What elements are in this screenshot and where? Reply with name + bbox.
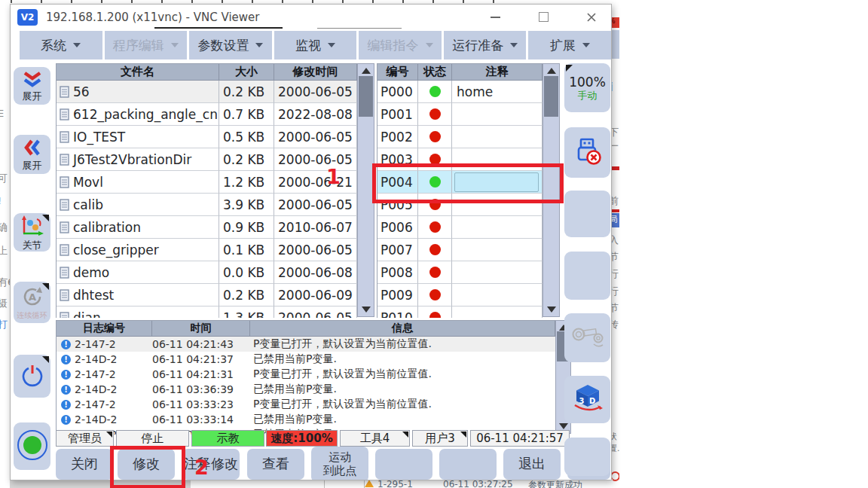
menu-item-program-edit[interactable]: 程序编辑 xyxy=(105,31,188,59)
status-dot-red xyxy=(429,244,441,255)
p-row-P010[interactable]: P010 xyxy=(377,307,542,318)
status-role[interactable]: 管理员 xyxy=(56,430,114,447)
file-size-cell: 0.2 KB xyxy=(219,148,274,171)
right-button-blank-b[interactable] xyxy=(564,252,610,300)
sidebar-button-expand-down[interactable]: 展开 xyxy=(14,67,50,105)
log-id-cell: !2-147-2 xyxy=(57,337,152,352)
file-mtime-cell: 2010-06-07 ⋯ xyxy=(274,216,357,239)
bottom-button-blank-1[interactable] xyxy=(375,449,432,480)
menu-item-edit-cmd[interactable]: 编辑指令 xyxy=(359,31,442,59)
right-button-gamepad[interactable] xyxy=(564,313,610,362)
file-name-cell: close_gripper xyxy=(57,239,219,261)
menu-item-monitor[interactable]: 监视 xyxy=(274,31,357,59)
background-edge-ticks xyxy=(11,0,523,3)
menu-item-run-prepare[interactable]: 运行准备 xyxy=(444,31,527,59)
scrollbar-thumb[interactable] xyxy=(359,76,373,117)
log-row[interactable]: !2-147-206-11 03:33:23P变量已打开，默认设置为当前位置值. xyxy=(57,397,555,412)
p-row-P002[interactable]: P002 xyxy=(377,126,542,148)
background-glyph: 有6 xyxy=(0,276,10,289)
scrollbar-thumb[interactable] xyxy=(544,76,558,117)
p-comment-cell xyxy=(452,261,542,284)
window-titlebar[interactable]: V2 192.168.1.200 (x11vnc) - VNC Viewer xyxy=(11,5,611,29)
minimize-button[interactable] xyxy=(486,8,504,26)
sidebar-button-servo[interactable] xyxy=(14,422,50,470)
right-button-blank-a[interactable] xyxy=(564,191,610,237)
menu-item-system[interactable]: 系统 xyxy=(20,31,102,59)
info-icon: ! xyxy=(61,355,71,364)
file-row-dian[interactable]: dian1.3 KB2000-06-05 ⋯ xyxy=(57,307,358,318)
p-row-P000[interactable]: P000home xyxy=(377,81,542,103)
menu-item-param-set[interactable]: 参数设置 xyxy=(189,31,272,59)
info-icon: ! xyxy=(61,385,71,395)
log-row[interactable]: !2-14D-206-11 03:33:14已禁用当前P变量. xyxy=(57,412,555,427)
p-column-header: 注释 xyxy=(452,64,542,81)
close-button[interactable] xyxy=(582,8,601,26)
chevron-down-icon xyxy=(582,43,590,47)
sidebar-button-power[interactable] xyxy=(14,355,50,398)
info-icon: ! xyxy=(61,340,71,349)
status-clock[interactable]: 06-11 04:21:57 xyxy=(470,430,570,447)
p-row-P007[interactable]: P007 xyxy=(377,239,542,261)
status-user[interactable]: 用户3 xyxy=(412,430,468,447)
menu-item-extend[interactable]: 扩展 xyxy=(528,31,611,59)
p-comment-cell xyxy=(452,103,542,126)
p-row-P006[interactable]: P006 xyxy=(377,216,542,239)
scroll-up-icon[interactable] xyxy=(362,68,371,74)
button-label: 查看 xyxy=(262,456,289,472)
file-mtime-cell: 2022-08-08 ⋯ xyxy=(274,103,357,126)
file-row-J6Test2VbrationDir[interactable]: J6Test2VbrationDir0.2 KB2000-06-05 ⋯ xyxy=(57,148,358,171)
bottom-button-move-to[interactable]: 运动到此点 xyxy=(311,447,368,480)
right-button-speed-mode[interactable]: 100%手动 xyxy=(564,63,610,112)
right-button-view-3d[interactable]: 3D xyxy=(564,376,610,423)
file-row-dhtest[interactable]: dhtest0.2 KB2000-06-09 ⋯ xyxy=(57,284,358,307)
right-button-blank-c[interactable] xyxy=(564,438,610,476)
scroll-down-icon[interactable] xyxy=(547,307,556,313)
file-row-56[interactable]: 560.2 KB2000-06-05 ⋯ xyxy=(57,81,358,103)
sidebar-button-joint[interactable]: 关节 xyxy=(14,213,50,252)
log-row[interactable]: !2-147-206-11 04:21:43P变量已打开，默认设置为当前位置值. xyxy=(57,337,555,352)
log-id: 2-14D-2 xyxy=(75,353,118,365)
file-size-cell: 1.3 KB xyxy=(219,307,274,318)
sidebar-button-loop[interactable]: A连续循环 xyxy=(14,282,50,323)
scroll-up-icon[interactable] xyxy=(547,68,556,74)
file-row-demo[interactable]: demo0.0 KB2000-06-08 ⋯ xyxy=(57,261,358,284)
p-row-P009[interactable]: P009 xyxy=(377,284,542,307)
bottom-button-view[interactable]: 查看 xyxy=(247,449,304,480)
file-row-calib[interactable]: calib3.9 KB2000-06-05 ⋯ xyxy=(57,194,358,216)
bottom-button-exit[interactable]: 退出 xyxy=(503,449,561,480)
status-run[interactable]: 停止 xyxy=(116,430,189,447)
p-row-P001[interactable]: P001 xyxy=(377,103,542,126)
file-row-Movl[interactable]: Movl1.2 KB2000-06-21 ⋯ xyxy=(57,171,358,194)
file-name-cell: Movl xyxy=(57,171,219,194)
p-id-cell: P008 xyxy=(377,261,418,284)
file-icon xyxy=(60,108,69,120)
bottom-button-comment-edit[interactable]: 注释修改 xyxy=(182,449,240,480)
status-speed[interactable]: 速度:100% xyxy=(266,430,338,447)
scroll-down-icon[interactable] xyxy=(362,307,371,313)
p-status-cell xyxy=(418,81,452,103)
log-row[interactable]: !2-147-206-11 04:21:31P变量已打开，默认设置为当前位置值. xyxy=(57,367,555,382)
file-row-close_gripper[interactable]: close_gripper0.1 KB2000-06-05 ⋯ xyxy=(57,239,358,261)
log-row[interactable]: !2-14D-206-11 04:21:37已禁用当前P变量. xyxy=(57,352,555,367)
expand-down-icon xyxy=(23,71,42,90)
scroll-down-icon[interactable] xyxy=(559,423,568,429)
file-name: calib xyxy=(73,197,103,212)
status-tool[interactable]: 工具4 xyxy=(340,430,410,447)
status-mode[interactable]: 示教 xyxy=(191,430,264,447)
bottom-button-close[interactable]: 关闭 xyxy=(56,449,113,480)
p-row-P008[interactable]: P008 xyxy=(377,261,542,284)
bottom-button-blank-2[interactable] xyxy=(439,449,497,480)
file-icon xyxy=(60,221,69,233)
background-glyph: 摄 xyxy=(0,297,8,310)
log-row[interactable]: !2-14D-206-11 03:36:39已禁用当前P变量. xyxy=(57,382,555,397)
info-icon: ! xyxy=(61,400,71,410)
file-table: 文件名大小修改时间 560.2 KB2000-06-05 ⋯612_packin… xyxy=(56,63,358,318)
file-mtime-cell: 2000-06-05 ⋯ xyxy=(274,307,357,318)
right-button-usb[interactable] xyxy=(564,127,610,178)
file-row-IO_TEST[interactable]: IO_TEST0.5 KB2000-06-05 ⋯ xyxy=(57,126,358,148)
p-id-cell: P001 xyxy=(377,103,418,126)
sidebar-button-expand-left[interactable]: 展开 xyxy=(14,135,50,174)
file-row-612_packing_angle_cn[interactable]: 612_packing_angle_cn0.7 KB2022-08-08 ⋯ xyxy=(57,103,358,126)
maximize-button[interactable] xyxy=(534,8,552,26)
file-row-calibration[interactable]: calibration0.9 KB2010-06-07 ⋯ xyxy=(57,216,358,239)
